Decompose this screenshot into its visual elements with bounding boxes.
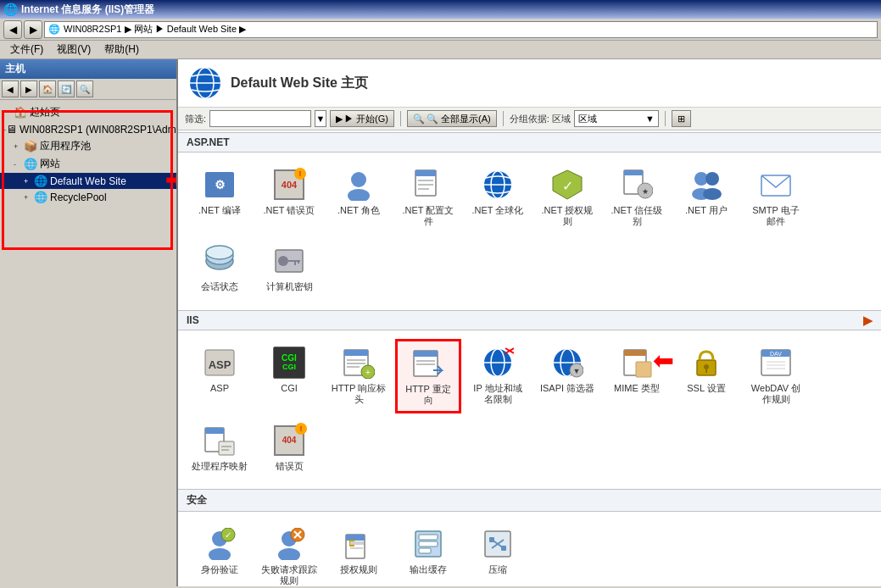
icon-output-cache[interactable]: 输出缓存 <box>395 520 461 586</box>
title-bar-text: Internet 信息服务 (IIS)管理器 <box>21 3 154 17</box>
svg-rect-70 <box>205 428 224 434</box>
http-redirect-label: HTTP 重定向 <box>401 384 455 406</box>
svg-rect-89 <box>419 535 438 540</box>
icon-net-auth[interactable]: ✓ .NET 授权规则 <box>534 161 600 234</box>
icon-http-response[interactable]: + HTTP 响应标头 <box>326 339 392 413</box>
tree-item-default-site[interactable]: + 🌐 Default Web Site <box>0 173 176 189</box>
http-response-label: HTTP 响应标头 <box>331 383 387 405</box>
tree-item-server[interactable]: - 🖥 WIN08R2SP1 (WIN08R2SP1\Adm <box>0 121 176 137</box>
net-global-label: .NET 全球化 <box>472 205 524 216</box>
back-button[interactable]: ◀ <box>3 20 22 39</box>
icon-asp[interactable]: ASP ASP <box>187 339 253 413</box>
auth-label: 身份验证 <box>201 564 238 575</box>
icon-auth[interactable]: ✓ 身份验证 <box>187 520 253 586</box>
menu-file[interactable]: 文件(F) <box>3 41 50 58</box>
forward-button[interactable]: ▶ <box>24 20 42 39</box>
icon-request-filter[interactable]: 失败请求跟踪规则 <box>256 520 322 586</box>
icon-http-redirect[interactable]: HTTP 重定向 <box>395 339 461 413</box>
icon-net-config[interactable]: .NET 配置文件 <box>395 161 461 234</box>
filter-label: 筛选: <box>185 113 206 125</box>
icon-isapi[interactable]: ▼ ISAPI 筛选器 <box>534 339 600 413</box>
svg-point-75 <box>209 548 231 560</box>
start-button[interactable]: ▶ ▶ 开始(G) <box>330 110 394 127</box>
icon-net-compile[interactable]: ⚙ .NET 编译 <box>187 161 253 234</box>
net-config-label: .NET 配置文件 <box>400 205 456 227</box>
sidebar-forward-btn[interactable]: ▶ <box>20 80 37 97</box>
menu-view[interactable]: 视图(V) <box>50 41 98 58</box>
icon-ssl[interactable]: SSL 设置 <box>673 339 739 413</box>
smtp-label: SMTP 电子邮件 <box>748 205 804 227</box>
icon-mime[interactable]: MIME 类型 <box>604 339 670 413</box>
icon-session[interactable]: 会话状态 <box>187 237 253 299</box>
toolbar-separator <box>400 111 401 126</box>
tree-item-recyclepool[interactable]: + 🌐 RecyclePool <box>0 189 176 205</box>
svg-rect-90 <box>419 541 438 546</box>
view-button[interactable]: ⊞ <box>672 110 691 127</box>
sidebar-search-btn[interactable]: 🔍 <box>76 80 93 97</box>
icon-net-user[interactable]: .NET 用户 <box>673 161 739 234</box>
icon-webdav[interactable]: DAV WebDAV 创作规则 <box>743 339 809 413</box>
sidebar-back-btn[interactable]: ◀ <box>2 80 19 97</box>
expand-icon-apppool: + <box>14 142 24 151</box>
icon-net-trust[interactable]: ★ .NET 信任级别 <box>604 161 670 234</box>
error-page-label: 错误页 <box>276 461 304 472</box>
expand-icon-sites: - <box>14 160 24 169</box>
icon-smtp[interactable]: SMTP 电子邮件 <box>743 161 809 234</box>
icon-cgi[interactable]: CGI CGI CGI <box>256 339 322 413</box>
net-compile-icon: ⚙ <box>203 168 237 202</box>
icon-net-role[interactable]: .NET 角色 <box>326 161 392 234</box>
filter-input[interactable] <box>209 110 311 127</box>
net-config-icon <box>411 168 445 202</box>
request-filter-icon <box>272 527 306 561</box>
tree-item-apppool[interactable]: + 📦 应用程序池 <box>0 137 176 155</box>
svg-text:DAV: DAV <box>770 351 782 357</box>
net-auth-icon: ✓ <box>550 168 584 202</box>
net-error-label: .NET 错误页 <box>264 205 315 216</box>
icon-compress[interactable]: 压缩 <box>465 520 531 586</box>
page-title-icon <box>188 66 222 100</box>
showall-icon: 🔍 <box>413 114 425 125</box>
icon-error-page[interactable]: 404 ! 错误页 <box>256 417 322 479</box>
section-iis-triangle: ▶ <box>863 313 873 327</box>
icon-ip-limit[interactable]: IP 地址和域名限制 <box>465 339 531 413</box>
svg-rect-8 <box>415 170 436 176</box>
svg-text:+: + <box>365 368 371 377</box>
cgi-label: CGI <box>281 383 298 394</box>
title-bar: 🌐 Internet 信息服务 (IIS)管理器 <box>0 0 881 19</box>
sidebar-refresh-btn[interactable]: 🔄 <box>58 80 75 97</box>
icon-net-global[interactable]: .NET 全球化 <box>465 161 531 234</box>
svg-point-28 <box>206 246 233 259</box>
net-role-icon <box>342 168 376 202</box>
address-bar[interactable]: 🌐 WIN08R2SP1 ▶ 网站 ▶ Default Web Site ▶ <box>44 21 878 38</box>
icon-handler[interactable]: 处理程序映射 <box>187 417 253 479</box>
icon-machine-key[interactable]: 计算机密钥 <box>256 237 322 299</box>
svg-text:✓: ✓ <box>562 179 573 193</box>
icon-net-error[interactable]: 404 ! .NET 错误页 <box>256 161 322 234</box>
menu-help[interactable]: 帮助(H) <box>98 41 146 58</box>
tree-item-sites[interactable]: - 🌐 网站 <box>0 155 176 173</box>
page-title: Default Web Site 主页 <box>231 75 368 92</box>
authz-label: 授权规则 <box>340 564 377 575</box>
filter-dropdown-btn[interactable]: ▼ <box>315 110 326 127</box>
svg-rect-18 <box>624 170 643 175</box>
webdav-label: WebDAV 创作规则 <box>748 383 804 405</box>
svg-text:▼: ▼ <box>573 367 581 375</box>
tree-item-startpage[interactable]: 🏠 起始页 <box>0 103 176 121</box>
mime-icon <box>620 346 654 380</box>
svg-point-61 <box>704 364 709 369</box>
isapi-label: ISAPI 筛选器 <box>540 383 594 394</box>
toolbar-separator-3 <box>665 111 666 126</box>
expand-icon-default: + <box>24 177 34 186</box>
net-user-icon <box>689 168 723 202</box>
auth-icon: ✓ <box>203 527 237 561</box>
showall-button[interactable]: 🔍 🔍 全部显示(A) <box>407 110 497 127</box>
svg-rect-71 <box>219 441 234 455</box>
group-dropdown[interactable]: 区域 ▼ <box>574 110 659 127</box>
content-area: Default Web Site 主页 筛选: ▼ ▶ ▶ 开始(G) 🔍 🔍 … <box>178 59 881 586</box>
net-user-label: .NET 用户 <box>685 205 728 216</box>
toolbar-separator-2 <box>503 111 504 126</box>
icon-authz[interactable]: 授权规则 <box>326 520 392 586</box>
sidebar-toolbar: ◀ ▶ 🏠 🔄 🔍 <box>0 79 176 100</box>
asp-icon: ASP <box>203 346 237 380</box>
sidebar-home-btn[interactable]: 🏠 <box>39 80 56 97</box>
